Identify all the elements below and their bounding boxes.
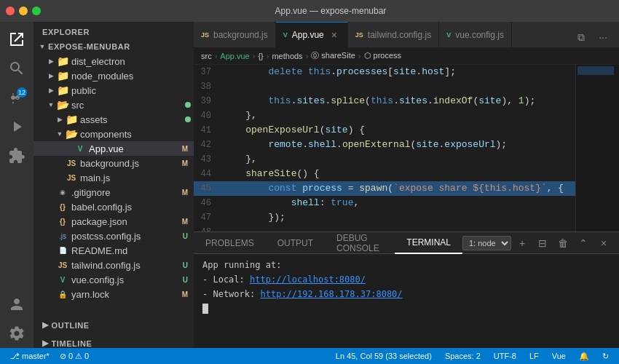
app-tab-label: App.vue (292, 30, 324, 40)
maximize-button[interactable] (32, 7, 41, 15)
activity-explorer[interactable] (2, 25, 31, 54)
status-encoding[interactable]: UTF-8 (491, 352, 519, 360)
status-eol[interactable]: LF (527, 352, 542, 360)
code-line-39: 39 this.sites.splice(this.sites.indexOf(… (194, 94, 575, 108)
outline-section[interactable]: ▶ OUTLINE (33, 316, 194, 334)
warning-count: 0 (84, 352, 89, 360)
activity-extensions[interactable] (2, 141, 31, 170)
status-language[interactable]: Vue (549, 352, 569, 360)
tree-node-modules[interactable]: ▶ 📁 node_modules (33, 68, 194, 83)
breadcrumb-sharesite[interactable]: ⓪ shareSite (311, 50, 355, 61)
maximize-terminal-btn[interactable]: ⌃ (574, 234, 593, 253)
breadcrumb-methods[interactable]: methods (272, 52, 302, 60)
tree-src[interactable]: ▼ 📂 src (33, 98, 194, 112)
window-title: App.vue — expose-menubar (48, 6, 613, 16)
tree-main-js[interactable]: JS main.js (33, 170, 194, 185)
app-vue-badge: M (182, 145, 188, 153)
minimize-button[interactable] (19, 7, 28, 15)
readme-file-icon: 📄 (57, 245, 68, 256)
terminal-tabs: PROBLEMS OUTPUT DEBUG CONSOLE TERMINAL 1… (194, 232, 619, 254)
tab-output[interactable]: OUTPUT (266, 232, 325, 254)
code-line-48: 48 (194, 225, 575, 232)
position-text: Ln 45, Col 59 (33 selected) (336, 352, 432, 360)
bell-icon: 🔔 (579, 352, 589, 361)
terminal-link-network[interactable]: http://192.168.178.37:8080/ (260, 289, 402, 299)
code-line-45: 45 const process = spawn(`expose share $… (194, 181, 575, 196)
status-bar: ⎇ master* ⊘ 0 ⚠ 0 Ln 45, Col 59 (33 sele… (0, 348, 619, 364)
tree-readme[interactable]: 📄 README.md (33, 243, 194, 258)
timeline-section[interactable]: ▶ TIMELINE (33, 334, 194, 348)
code-line-43: 43 }, (194, 152, 575, 167)
readme-label: README.md (71, 245, 194, 256)
more-actions-btn[interactable]: ··· (593, 27, 613, 47)
tree-dist-electron[interactable]: ▶ 📁 dist_electron (33, 54, 194, 68)
tailwind-label: tailwind.config.js (71, 260, 183, 271)
terminal-link-local[interactable]: http://localhost:8080/ (250, 274, 366, 285)
split-terminal-btn[interactable]: ⊟ (533, 234, 552, 253)
language-text: Vue (552, 352, 566, 360)
split-editor-btn[interactable]: ⧉ (571, 27, 591, 47)
branch-name: master* (22, 352, 50, 360)
error-icon: ⊘ (60, 352, 66, 361)
breadcrumb-file[interactable]: App.vue (220, 52, 249, 60)
vue-file-icon: V (74, 143, 86, 154)
package-file-icon: {} (57, 215, 68, 227)
breadcrumb-process[interactable]: ⬡ process (364, 51, 402, 60)
breadcrumb-src[interactable]: src (201, 52, 212, 60)
tree-background-js[interactable]: JS background.js M (33, 156, 194, 170)
tree-babel[interactable]: {} babel.config.js (33, 199, 194, 214)
sync-icon: ↻ (602, 352, 609, 361)
tree-vue-config[interactable]: V vue.config.js U (33, 272, 194, 287)
tree-tailwind[interactable]: JS tailwind.config.js U (33, 258, 194, 272)
tree-postcss[interactable]: .js postcss.config.js U (33, 229, 194, 243)
vue-config-tab-icon: V (446, 31, 451, 39)
tab-problems[interactable]: PROBLEMS (194, 232, 266, 254)
terminal-label-local: - Local: (202, 274, 250, 285)
close-app-vue-tab[interactable]: × (328, 29, 340, 41)
dist-arrow: ▶ (45, 55, 57, 67)
close-button[interactable] (6, 7, 15, 15)
code-line-41: 41 openExposeUrl(site) { (194, 123, 575, 138)
activity-account[interactable] (2, 290, 31, 319)
tree-public[interactable]: ▶ 📁 public (33, 83, 194, 98)
activity-run[interactable] (2, 112, 31, 141)
public-label: public (71, 85, 194, 96)
src-dot (185, 102, 191, 108)
code-line-46: 46 shell: true, (194, 196, 575, 210)
tree-assets[interactable]: ▶ 📁 assets (33, 112, 194, 127)
project-root[interactable]: ▼ EXPOSE-MENUBAR (33, 39, 194, 54)
code-editor[interactable]: 37 delete this.processes[site.host]; 38 … (194, 65, 575, 232)
tab-app-vue[interactable]: V App.vue × (276, 22, 348, 47)
terminal-select[interactable]: 1: node (462, 236, 511, 250)
status-bell[interactable]: 🔔 (576, 352, 592, 361)
activity-search[interactable] (2, 54, 31, 83)
activity-source-control[interactable]: 12 (2, 83, 31, 112)
tree-package-json[interactable]: {} package.json M (33, 214, 194, 229)
status-spaces[interactable]: Spaces: 2 (442, 352, 484, 360)
eol-text: LF (529, 352, 539, 360)
close-terminal-btn[interactable]: × (594, 234, 613, 253)
tailwind-tab-label: tailwind.config.js (368, 30, 431, 40)
tab-terminal[interactable]: TERMINAL (395, 232, 462, 254)
tree-gitignore[interactable]: ◉ .gitignore M (33, 185, 194, 199)
breadcrumb-obj[interactable]: {} (258, 52, 263, 60)
new-terminal-btn[interactable]: + (513, 234, 532, 253)
activity-settings[interactable] (2, 319, 31, 348)
tab-background-js[interactable]: JS background.js (194, 22, 276, 47)
status-branch[interactable]: ⎇ master* (7, 352, 52, 361)
tab-vue-config[interactable]: V vue.config.js (439, 22, 512, 47)
status-sync[interactable]: ↻ (599, 352, 612, 361)
encoding-text: UTF-8 (494, 352, 516, 360)
tab-debug-console[interactable]: DEBUG CONSOLE (325, 232, 395, 254)
node-arrow: ▶ (45, 70, 57, 82)
tab-tailwind[interactable]: JS tailwind.config.js (348, 22, 439, 47)
postcss-label: postcss.config.js (71, 231, 183, 242)
status-errors[interactable]: ⊘ 0 ⚠ 0 (57, 352, 92, 361)
tree-app-vue[interactable]: V App.vue M (33, 141, 194, 156)
status-position[interactable]: Ln 45, Col 59 (33 selected) (333, 352, 435, 360)
tree-components[interactable]: ▼ 📂 components (33, 127, 194, 141)
vue-config-label: vue.config.js (71, 274, 183, 285)
app-arrow (63, 143, 74, 154)
tree-yarn-lock[interactable]: 🔒 yarn.lock M (33, 287, 194, 301)
trash-terminal-btn[interactable]: 🗑 (553, 234, 572, 253)
